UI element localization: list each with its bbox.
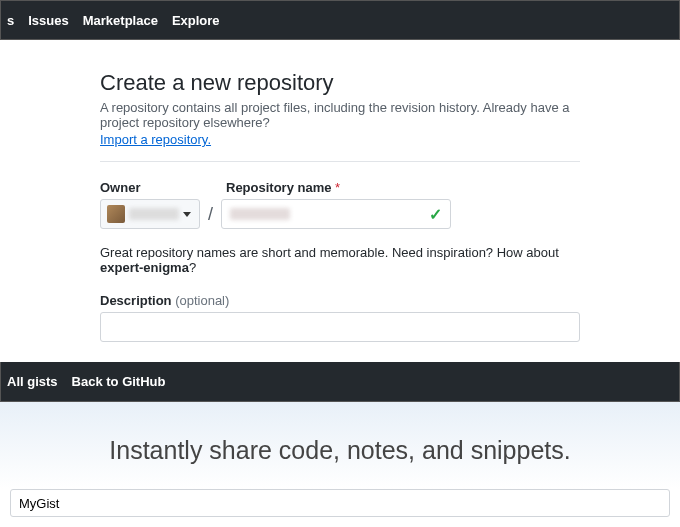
owner-dropdown[interactable] (100, 199, 200, 229)
gist-nav: All gists Back to GitHub (0, 362, 680, 402)
name-hint: Great repository names are short and mem… (100, 245, 580, 275)
gist-tagline: Instantly share code, notes, and snippet… (0, 436, 680, 465)
import-repo-link[interactable]: Import a repository. (100, 132, 211, 147)
repo-name-label: Repository name (226, 180, 331, 195)
description-label: Description (100, 293, 172, 308)
check-icon: ✓ (429, 205, 442, 224)
repo-name-redacted (230, 208, 290, 220)
owner-repo-slash: / (208, 204, 213, 225)
avatar (107, 205, 125, 223)
divider (100, 161, 580, 162)
nav-item-all-gists[interactable]: All gists (7, 374, 58, 389)
repo-name-input[interactable]: ✓ (221, 199, 451, 229)
nav-item-pulls[interactable]: s (7, 13, 14, 28)
top-nav: s Issues Marketplace Explore (0, 0, 680, 40)
nav-item-issues[interactable]: Issues (28, 13, 68, 28)
description-optional: (optional) (175, 293, 229, 308)
subtitle: A repository contains all project files,… (100, 100, 580, 130)
gist-description-input[interactable] (10, 489, 670, 517)
required-asterisk: * (335, 180, 340, 195)
gist-hero: Instantly share code, notes, and snippet… (0, 402, 680, 489)
owner-name-redacted (129, 208, 179, 220)
nav-item-explore[interactable]: Explore (172, 13, 220, 28)
gist-form: Spaces ▲▼ 2 ▲▼ No wrap ▲▼ 1 Just creatin… (0, 489, 680, 527)
description-input[interactable] (100, 312, 580, 342)
chevron-down-icon (183, 212, 191, 217)
nav-item-marketplace[interactable]: Marketplace (83, 13, 158, 28)
page-title: Create a new repository (100, 70, 580, 96)
nav-item-back-to-github[interactable]: Back to GitHub (72, 374, 166, 389)
create-repo-form: Create a new repository A repository con… (0, 40, 680, 362)
suggested-name[interactable]: expert-enigma (100, 260, 189, 275)
owner-label: Owner (100, 180, 140, 195)
